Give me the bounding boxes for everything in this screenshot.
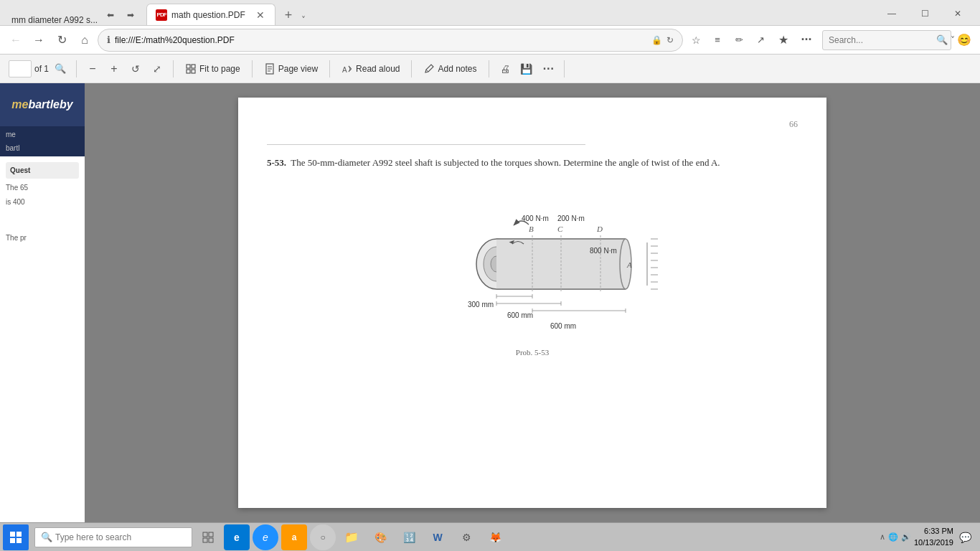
fit-to-page-btn[interactable]: Fit to page [179,59,246,79]
page-view-label: Page view [278,64,318,74]
zoom-in-btn[interactable]: + [104,59,124,79]
page-view-btn[interactable]: Page view [258,59,324,79]
windows-logo-icon [9,531,22,544]
taskbar-ie-icon[interactable]: e [253,524,278,550]
reload-icon: ↻ [666,35,674,45]
taskbar-edge-icon[interactable]: e [224,524,250,550]
clock-date: 10/13/2019 [914,537,953,548]
bartleby-menu-item-1[interactable]: me [0,128,85,141]
clock[interactable]: 6:33 PM 10/13/2019 [914,526,953,548]
back-history-btn[interactable]: ⬅ [100,5,121,25]
svg-rect-53 [10,538,15,543]
taskbar-amazon-icon[interactable]: a [281,524,307,550]
add-notes-btn[interactable]: Add notes [418,59,482,79]
tab-close-btn[interactable]: ✕ [255,9,266,21]
refresh-btn[interactable]: ↻ [52,30,72,50]
notes-icon[interactable]: ✏ [729,30,749,50]
taskbar-search-input[interactable] [55,532,186,542]
add-notes-icon [423,63,435,75]
pdf-search-btn[interactable]: 🔍 [50,59,70,79]
bartleby-menu-item-2[interactable]: bartl [0,141,85,155]
taskbar: 🔍 e e a ○ 📁 🎨 🔢 W ⚙ 🦊 ∧ 🌐 🔊 [0,522,980,551]
taskbar-right: ∧ 🌐 🔊 6:33 PM 10/13/2019 💬 [880,526,980,548]
toolbar-separator-5 [411,60,412,77]
forward-icon: → [33,34,44,47]
zoom-group: − + [83,59,124,79]
read-aloud-label: Read aloud [356,64,400,74]
pdf-header-number: 66 [789,119,798,129]
toolbar-separator-6 [489,60,489,77]
restore-btn[interactable]: ☐ [908,2,941,25]
taskbar-calc-icon[interactable]: 🔢 [396,524,422,550]
page-number-input[interactable] [9,60,32,77]
page-navigation-group: of 1 🔍 [9,59,70,79]
svg-text:C: C [557,225,563,233]
svg-text:800 N·m: 800 N·m [590,247,617,255]
page-info: of 1 [9,60,49,77]
svg-text:400 N·m: 400 N·m [522,215,549,222]
minimize-btn[interactable]: — [875,2,908,25]
share-icon[interactable]: ↗ [750,30,771,50]
pdf-diagram: B C D A 400 N·m [267,185,798,357]
task-view-btn[interactable] [195,524,221,550]
svg-rect-2 [187,70,190,73]
taskbar-firefox-icon[interactable]: 🦊 [482,524,508,550]
page-view-icon [264,63,275,75]
pdf-viewer[interactable]: 66 5-53. The 50-mm-diameter A992 steel s… [85,83,980,522]
page-of-label: of 1 [34,64,49,74]
user-profile-icon[interactable]: 😊 [954,30,974,50]
more-tools-btn[interactable]: ⋯ [538,59,558,79]
toolbar-separator-4 [329,60,330,77]
fit-page-icon [185,63,197,75]
hub-icon[interactable]: ★ [773,30,793,50]
favorites-star-icon[interactable]: ☆ [686,30,706,50]
expand-btn[interactable]: ⤢ [147,59,167,79]
browser-search-input[interactable] [829,35,936,45]
problem-description: The 50-mm-diameter A992 steel shaft is s… [291,157,720,168]
tab-bar: mm diameter A992 s... ⬅ ➡ PDF math quest… [0,0,980,26]
address-bar[interactable]: ℹ 🔒 ↻ [98,29,683,52]
taskbar-left: 🔍 e e a ○ 📁 🎨 🔢 W ⚙ 🦊 [0,524,508,550]
refresh-icon: ↻ [57,33,67,47]
zoom-out-btn[interactable]: − [83,59,103,79]
back-icon: ← [10,34,22,47]
taskbar-word-icon[interactable]: W [425,524,451,550]
read-aloud-btn[interactable]: A Read aloud [336,59,405,79]
taskbar-paint-icon[interactable]: 🎨 [367,524,393,550]
close-btn[interactable]: ✕ [941,2,974,25]
home-icon: ⌂ [81,34,88,47]
window-title: mm diameter A992 s... [6,15,98,25]
info-icon[interactable]: ℹ [107,34,110,45]
forward-history-btn[interactable]: ➡ [121,5,141,25]
tab-list-chevron[interactable]: ˅ [301,15,306,25]
start-btn[interactable] [3,524,29,550]
active-tab[interactable]: PDF math question.PDF ✕ [146,4,275,25]
taskbar-network-icon[interactable]: 🌐 [888,532,898,542]
svg-text:B: B [529,225,534,233]
settings-more-icon[interactable]: ··· [796,30,816,50]
taskbar-search-bar[interactable]: 🔍 [34,527,192,547]
home-btn[interactable]: ⌂ [75,30,95,50]
taskbar-file-icon[interactable]: 📁 [339,524,364,550]
taskbar-volume-icon[interactable]: 🔊 [901,532,911,542]
bartleby-body: Quest The 65 is 400 The pr [0,156,85,249]
add-notes-label: Add notes [438,64,476,74]
systray-up-arrow[interactable]: ∧ [880,532,885,542]
new-tab-btn[interactable]: + [278,5,298,25]
svg-rect-56 [209,532,213,537]
action-center-icon[interactable]: 💬 [956,529,974,546]
print-btn[interactable]: 🖨 [495,59,515,79]
taskbar-settings-icon[interactable]: ⚙ [453,524,479,550]
taskbar-cortana-icon[interactable]: ○ [310,524,336,550]
url-input[interactable] [115,35,647,45]
save-btn[interactable]: 💾 [517,59,537,79]
svg-rect-58 [209,538,213,542]
bartleby-text-2: is 400 [6,197,79,207]
forward-btn[interactable]: → [29,30,49,50]
reading-view-icon[interactable]: ≡ [707,30,727,50]
svg-rect-51 [10,532,15,537]
problem-label: 5-53. [267,157,286,168]
fit-to-page-label: Fit to page [199,64,240,74]
rotate-btn[interactable]: ↺ [126,59,146,79]
back-btn[interactable]: ← [6,30,26,50]
